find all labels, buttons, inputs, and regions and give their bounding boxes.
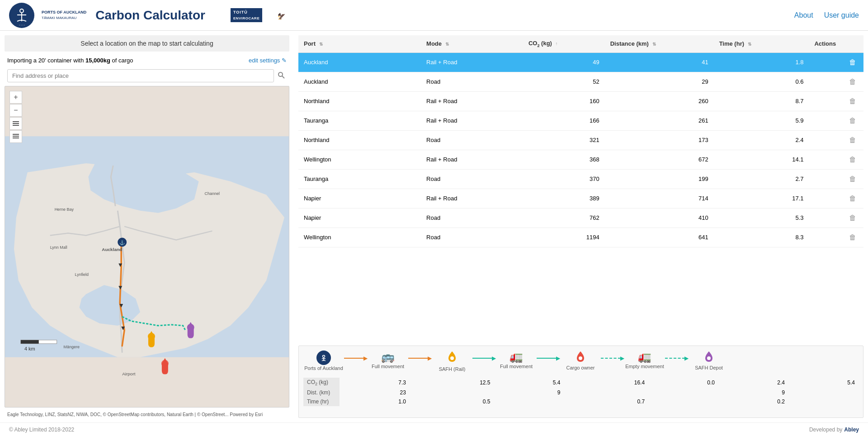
cell-mode: Rail + Road [421,52,523,72]
svg-point-5 [278,72,283,76]
journey-step-empty-movement: 🚛 Empty movement [624,351,665,370]
table-row[interactable]: Auckland Road 52 29 0.6 🗑 [298,72,863,91]
col-header-time[interactable]: Time (hr) ⇅ [714,35,809,52]
cell-time: 0.6 [714,72,809,91]
delete-row-button[interactable]: 🗑 [847,155,858,165]
cell-port: Napier [298,208,421,227]
map-panel: Select a location on the map to start ca… [0,31,294,422]
svg-rect-25 [21,340,39,344]
col-header-dist[interactable]: Distance (km) ⇅ [605,35,714,52]
journey-dist-cargo [648,388,718,397]
cell-actions: 🗑 [809,150,863,169]
results-table-wrapper: Port ⇅ Mode ⇅ CO2 (kg) ↑ Distance (km) ⇅ [298,35,863,342]
step-label-safh-depot: SAFH Depot [695,365,723,371]
cell-mode: Rail + Road [421,91,523,111]
footer: © Abley Limited 2018-2022 Developed by A… [0,422,868,436]
journey-co2-cargo: 0.0 [648,378,718,388]
table-row[interactable]: Napier Rail + Road 389 714 17.1 🗑 [298,189,863,208]
journey-dist-depot [788,388,859,397]
svg-rect-9 [13,125,19,126]
cell-co2: 160 [523,91,605,111]
step-icon-safh-depot [703,351,714,365]
cell-actions: 🗑 [809,52,863,72]
table-row[interactable]: Napier Road 762 410 5.3 🗑 [298,208,863,227]
map-instruction: Select a location on the map to start ca… [5,35,289,52]
cell-mode: Rail + Road [421,111,523,130]
table-row[interactable]: Northland Rail + Road 160 260 8.7 🗑 [298,91,863,111]
svg-point-39 [707,356,711,360]
map-controls: + − [9,91,22,143]
menu-button[interactable] [9,130,22,143]
journey-dist-empty: 9 [718,388,788,397]
delete-row-button[interactable]: 🗑 [847,174,858,184]
cell-time: 5.9 [714,111,809,130]
table-row[interactable]: Tauranga Road 370 199 2.7 🗑 [298,169,863,189]
table-row[interactable]: Tauranga Rail + Road 166 261 5.9 🗑 [298,111,863,130]
cell-actions: 🗑 [809,91,863,111]
table-row[interactable]: Wellington Rail + Road 368 672 14.1 🗑 [298,150,863,169]
svg-text:Māngere: Māngere [64,345,80,349]
cell-port: Auckland [298,52,421,72]
delete-row-button[interactable]: 🗑 [847,96,858,106]
cell-time: 1.8 [714,52,809,72]
delete-row-button[interactable]: 🗑 [847,77,858,87]
svg-text:Herne Bay: Herne Bay [55,207,74,212]
sort-icon-co2: ↑ [556,41,558,46]
search-button[interactable] [276,70,287,82]
svg-point-37 [450,356,454,360]
sapere-logo: 🦅 [277,9,284,21]
table-row[interactable]: Wellington Road 1194 641 8.3 🗑 [298,227,863,247]
layers-button[interactable] [9,117,22,130]
map-container[interactable]: + − [5,86,289,408]
search-input[interactable] [7,69,274,82]
svg-rect-11 [13,136,19,137]
table-row[interactable]: Auckland Rail + Road 49 41 1.8 🗑 [298,52,863,72]
journey-time-full1: 0.5 [410,397,494,406]
delete-row-button[interactable]: 🗑 [847,232,858,242]
col-header-port[interactable]: Port ⇅ [298,35,421,52]
delete-row-button[interactable]: 🗑 [847,116,858,126]
edit-settings-link[interactable]: edit settings ✎ [249,57,287,64]
step-label-full-movement-2: Full movement [500,363,533,370]
svg-point-17 [161,360,169,367]
zoom-in-button[interactable]: + [9,91,22,104]
journey-dist-label: Dist. (km) [303,388,340,397]
zoom-out-button[interactable]: − [9,104,22,117]
col-header-mode[interactable]: Mode ⇅ [421,35,523,52]
journey-panel: Ports of Auckland ▶ 🚌 Full movement ▶ [298,346,863,418]
cell-mode: Road [421,72,523,91]
cell-dist: 260 [605,91,714,111]
delete-row-button[interactable]: 🗑 [847,194,858,204]
svg-text:Lynn Mall: Lynn Mall [50,245,67,250]
user-guide-link[interactable]: User guide [824,11,859,19]
cell-actions: 🗑 [809,169,863,189]
about-link[interactable]: About [794,11,813,19]
step-icon-bus: 🚌 [381,351,395,363]
cell-actions: 🗑 [809,130,863,150]
svg-text:4 km: 4 km [24,346,35,351]
footer-abley: Developed by Abley [809,427,859,433]
cell-actions: 🗑 [809,189,863,208]
svg-text:Lynfield: Lynfield [75,272,89,277]
delete-row-button[interactable]: 🗑 [847,57,858,67]
svg-point-18 [162,368,167,372]
cell-actions: 🗑 [809,111,863,130]
cell-co2: 166 [523,111,605,130]
journey-co2-full2: 16.4 [564,378,648,388]
cell-port: Wellington [298,227,421,247]
delete-row-button[interactable]: 🗑 [847,213,858,223]
cell-time: 2.4 [714,130,809,150]
step-label-empty-movement: Empty movement [625,363,664,370]
cell-port: Napier [298,189,421,208]
cell-mode: Road [421,130,523,150]
cell-dist: 29 [605,72,714,91]
table-row[interactable]: Northland Road 321 173 2.4 🗑 [298,130,863,150]
col-header-co2[interactable]: CO2 (kg) ↑ [523,35,605,52]
journey-step-full-movement-1: 🚌 Full movement [368,351,408,370]
cell-actions: 🗑 [809,227,863,247]
journey-time-full2: 0.7 [564,397,648,406]
importing-text: Importing a 20' container with 15,000kg … [7,57,133,64]
cell-mode: Road [421,169,523,189]
delete-row-button[interactable]: 🗑 [847,135,858,145]
step-icon-truck-empty: 🚛 [638,351,651,363]
